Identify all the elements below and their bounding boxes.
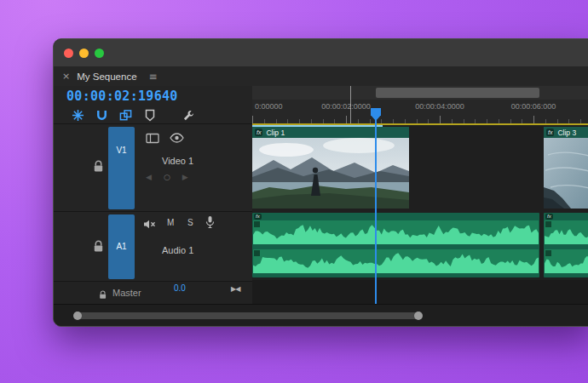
next-keyframe-button[interactable]: ▶ xyxy=(182,173,188,181)
mute-track-button[interactable]: M xyxy=(167,218,174,227)
mute-speaker-button[interactable] xyxy=(142,218,156,233)
clip-label: Clip 1 xyxy=(266,129,285,137)
lock-track-a1-button[interactable] xyxy=(93,240,104,253)
video-clip-1[interactable]: fx Clip 1 xyxy=(252,127,409,209)
tab-close-icon[interactable]: × xyxy=(62,71,70,82)
horizontal-scrollbar[interactable] xyxy=(78,312,418,319)
nest-insert-button[interactable] xyxy=(71,108,85,123)
ruler-label: 00:00:02:0000 xyxy=(321,102,371,111)
channel-badge xyxy=(545,221,551,227)
track-header-audio1: A1 M S Audio 1 xyxy=(54,211,252,282)
desktop-background: × My Sequence ≡ 00:00:02:19640 xyxy=(0,0,588,383)
timeline-toolbar xyxy=(71,108,196,123)
zoom-scroll-row xyxy=(54,304,588,327)
zoom-button[interactable] xyxy=(95,49,104,58)
speaker-muted-icon xyxy=(142,219,156,230)
wrench-icon xyxy=(182,109,195,122)
waveform-band-right xyxy=(545,249,588,273)
audio-track-lane: fx fx xyxy=(252,210,588,282)
toggle-track-output-button[interactable] xyxy=(170,131,184,146)
timeline-settings-button[interactable] xyxy=(182,108,196,123)
snap-button[interactable] xyxy=(95,108,109,123)
waveform xyxy=(253,249,539,273)
audio-clip-header: fx xyxy=(544,213,588,220)
master-gain-value[interactable]: 0.0 xyxy=(174,283,186,293)
track-header-video1: V1 Video 1 ◀ ○ ▶ xyxy=(54,123,252,212)
close-button[interactable] xyxy=(64,49,73,58)
ruler-label: 0:00000 xyxy=(255,102,283,111)
waveform-band-left xyxy=(253,220,539,244)
marker-icon xyxy=(145,109,155,122)
ruler-label: 00:00:04:0000 xyxy=(415,102,464,111)
track-target-a1[interactable]: A1 xyxy=(108,214,135,279)
playhead-line[interactable] xyxy=(375,108,377,304)
channel-badge xyxy=(545,250,551,256)
fx-badge[interactable]: fx xyxy=(254,214,262,220)
work-area-bar[interactable] xyxy=(376,88,539,98)
sync-lock-icon xyxy=(146,133,159,144)
lock-icon xyxy=(93,160,104,173)
clip-label: Clip 3 xyxy=(557,129,576,137)
microphone-icon xyxy=(205,215,215,229)
video-thumbnail xyxy=(544,138,588,209)
lock-track-master-button[interactable] xyxy=(99,289,108,300)
panel-menu-icon[interactable]: ≡ xyxy=(149,71,158,83)
waveform-band-left xyxy=(545,220,588,244)
timeline-panel: 0:00000 00:00:02:0000 00:00:04:0000 00:0… xyxy=(252,86,588,304)
window-titlebar[interactable] xyxy=(54,39,588,66)
fx-badge[interactable]: fx xyxy=(255,129,262,136)
track-name-master: Master xyxy=(112,288,141,298)
waveform-band-right xyxy=(253,249,539,273)
linked-selection-button[interactable] xyxy=(118,108,133,123)
eye-icon xyxy=(170,133,184,143)
add-marker-button[interactable] xyxy=(142,108,157,123)
audio-clip-2[interactable]: fx xyxy=(544,213,588,277)
waveform xyxy=(253,220,539,244)
clip-header: fx Clip 3 xyxy=(544,127,588,138)
channel-badge xyxy=(254,250,260,256)
add-keyframe-button[interactable]: ○ xyxy=(164,173,170,181)
tab-my-sequence[interactable]: × My Sequence ≡ xyxy=(54,66,166,86)
track-target-v1[interactable]: V1 xyxy=(108,127,135,209)
clip-header: fx Clip 1 xyxy=(252,127,409,138)
time-ruler[interactable]: 0:00000 00:00:02:0000 00:00:04:0000 00:0… xyxy=(252,100,588,125)
app-window: × My Sequence ≡ 00:00:02:19640 xyxy=(53,38,588,327)
lock-icon xyxy=(99,290,107,300)
video-clip-3[interactable]: fx Clip 3 xyxy=(544,127,588,209)
tab-title: My Sequence xyxy=(77,71,136,82)
minimize-button[interactable] xyxy=(79,49,89,58)
lock-track-v1-button[interactable] xyxy=(93,160,104,173)
prev-keyframe-button[interactable]: ◀ xyxy=(146,173,152,181)
sync-lock-v1-button[interactable] xyxy=(146,132,159,147)
track-header-column: 00:00:02:19640 xyxy=(54,86,253,304)
track-header-master: 0.0 ▶◀ Master xyxy=(54,281,252,305)
keyframe-nav: ◀ ○ ▶ xyxy=(146,173,188,181)
master-track-lane xyxy=(252,280,588,304)
audio-clip-1[interactable]: fx xyxy=(252,213,539,277)
landscape-thumbnail-graphic xyxy=(252,138,409,209)
fx-badge[interactable]: fx xyxy=(545,214,553,220)
ruler-label: 00:00:06:000 xyxy=(511,102,556,111)
water-thumbnail-graphic xyxy=(544,138,588,209)
track-name-video1: Video 1 xyxy=(162,156,193,166)
solo-track-button[interactable]: S xyxy=(187,218,193,227)
track-name-audio1: Audio 1 xyxy=(162,245,193,255)
zoom-handle-right[interactable] xyxy=(414,312,423,320)
video-thumbnail xyxy=(252,138,409,209)
timecode-display[interactable]: 00:00:02:19640 xyxy=(66,89,178,104)
nest-insert-icon xyxy=(72,109,84,122)
voiceover-record-button[interactable] xyxy=(205,215,215,232)
work-area-strip xyxy=(252,86,588,100)
lock-icon xyxy=(93,240,104,253)
zoom-handle-left[interactable] xyxy=(73,312,82,320)
panel-tabbar: × My Sequence ≡ xyxy=(54,66,588,87)
video-track-lane: fx Clip 1 xyxy=(252,125,588,212)
snap-guide-line xyxy=(350,86,351,123)
channel-badge xyxy=(254,221,260,227)
linked-selection-icon xyxy=(119,109,132,122)
audio-clip-header: fx xyxy=(252,213,539,220)
fx-badge[interactable]: fx xyxy=(546,129,554,136)
magnet-icon xyxy=(95,109,108,122)
pan-bowtie-icon[interactable]: ▶◀ xyxy=(231,285,239,293)
